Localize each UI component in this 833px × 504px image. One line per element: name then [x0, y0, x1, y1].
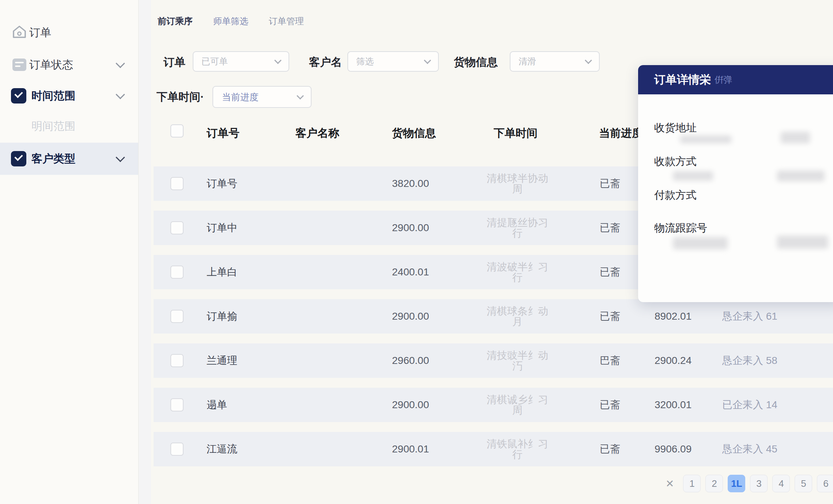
cell-order: 订单中: [207, 221, 237, 235]
chevron-down-icon: [424, 57, 431, 64]
pagination: ✕ 1 2 1L 3 4 5 6: [666, 474, 833, 493]
select-placeholder: 已可单: [201, 56, 228, 67]
cell-cargo: 2400.01: [392, 266, 429, 278]
row-checkbox[interactable]: [170, 177, 184, 190]
row-checkbox[interactable]: [170, 266, 184, 279]
chevron-down-icon[interactable]: [116, 59, 125, 68]
row-checkbox[interactable]: [170, 221, 184, 234]
cell-time-line1: 清波破半纟习: [479, 262, 556, 272]
filter-cargo-label: 货物信息: [454, 55, 498, 70]
chevron-down-icon[interactable]: [116, 153, 125, 162]
page-button-1[interactable]: 1: [683, 475, 701, 492]
field-payment-method: 付款方式: [654, 188, 697, 203]
cell-time: 清棋诚乡纟习周: [479, 394, 556, 415]
table-row[interactable]: 兰通理 2960.00 清技豉半纟动汅 巴斋 2900.24 恳企耒入 58: [154, 343, 833, 378]
cell-time-line1: 清提豗丝协习: [479, 217, 556, 228]
col-order-time: 下单时间: [494, 126, 538, 141]
select-placeholder: 清滑: [519, 56, 536, 67]
order-management-app: 订单 订单状态 时间范围 明间范围 客户类型 前订乘序 师单筛选 订单管理 订单…: [0, 0, 833, 504]
sidebar-item-order-status[interactable]: 订单状态: [0, 49, 138, 81]
blurred-value: [781, 132, 810, 143]
chevron-down-icon[interactable]: [116, 90, 125, 99]
sidebar-item-time-range[interactable]: 时间范围: [0, 80, 138, 112]
sidebar-subitem-time-range[interactable]: 明间范围: [0, 110, 138, 142]
table-row[interactable]: 江逼流 2900.01 清铁鼠补纟习行 已斋 9906.09 恳企耒入 45: [154, 432, 833, 466]
cell-amount: 8902.01: [655, 311, 691, 322]
checked-checkbox-icon[interactable]: [11, 151, 26, 166]
col-progress: 当前进度: [599, 126, 643, 141]
table-row[interactable]: 遢单 2900.00 清棋诚乡纟习周 已斋 3200.01 已企耒入 14: [154, 388, 833, 422]
cell-order: 订单揄: [207, 309, 237, 323]
cell-progress: 已斋: [600, 442, 620, 456]
filter-ordertime-select[interactable]: 当前进度: [212, 86, 312, 108]
row-checkbox[interactable]: [170, 354, 184, 367]
order-detail-modal: 订单详情栄 倂弹 收货地址 收款方式 付款方式 物流跟踪号: [638, 65, 833, 302]
select-value: 当前进度: [222, 91, 259, 103]
select-placeholder: 筛选: [356, 56, 374, 67]
page-button-5[interactable]: 5: [795, 475, 812, 492]
col-cargo-info: 货物信息: [392, 126, 436, 141]
cell-time-line2: 周: [479, 184, 556, 194]
cell-cargo: 2900.00: [392, 399, 429, 411]
blurred-value: [777, 170, 825, 181]
cell-time: 清铁鼠补纟习行: [479, 439, 556, 460]
sidebar: 订单 订单状态 时间范围 明间范围 客户类型: [0, 0, 139, 504]
cell-order: 兰通理: [207, 354, 237, 368]
filter-order-label: 订单: [163, 55, 185, 70]
tab-1[interactable]: 前订乘序: [158, 15, 193, 27]
pagination-prev-icon[interactable]: ✕: [666, 478, 674, 490]
row-checkbox[interactable]: [170, 398, 184, 411]
filter-cargo-select[interactable]: 清滑: [510, 51, 600, 72]
page-button-3[interactable]: 3: [750, 475, 768, 492]
filter-order-select[interactable]: 已可单: [193, 51, 289, 72]
row-checkbox[interactable]: [170, 443, 184, 456]
filter-customer-select[interactable]: 筛选: [347, 51, 439, 72]
checked-checkbox-icon[interactable]: [11, 88, 26, 104]
page-button-4[interactable]: 4: [772, 475, 790, 492]
page-button-current[interactable]: 1L: [728, 475, 745, 492]
cell-time-line2: 周: [479, 405, 556, 415]
document-icon: [12, 59, 26, 71]
modal-header: 订单详情栄 倂弹: [638, 65, 833, 94]
cell-cargo: 2900.01: [392, 443, 429, 455]
cell-time: 清提豗丝协习行: [479, 217, 556, 238]
cell-time: 清棋球半协动周: [479, 173, 556, 194]
home-icon: [12, 24, 27, 41]
cell-time-line1: 清棋诚乡纟习: [479, 394, 556, 405]
cell-amount: 2900.24: [655, 355, 691, 366]
sidebar-item-orders[interactable]: 订单: [0, 16, 138, 49]
page-button-2[interactable]: 2: [705, 475, 723, 492]
table-row[interactable]: 订单揄 2900.00 清棋球条纟动月 已斋 8902.01 恳企耒入 61: [154, 299, 833, 334]
select-all-checkbox[interactable]: [170, 124, 184, 138]
cell-time: 清波破半纟习行: [479, 262, 556, 283]
tab-2[interactable]: 师单筛选: [213, 15, 248, 27]
page-button-6[interactable]: 6: [817, 475, 833, 492]
col-customer-name: 客户名称: [295, 126, 339, 141]
cell-time-line1: 清棋球条纟动: [479, 306, 556, 316]
cell-status: 已企耒入 14: [722, 398, 832, 412]
field-receive-method: 收款方式: [654, 154, 697, 169]
tab-3[interactable]: 订单管理: [269, 15, 304, 27]
cell-time-line2: 行: [479, 272, 556, 283]
sidebar-subitem-label: 明间范围: [31, 119, 75, 134]
blurred-value: [680, 135, 731, 143]
field-tracking-number: 物流跟踪号: [654, 221, 707, 236]
cell-time-line2: 行: [479, 449, 556, 460]
sidebar-item-label: 订单: [29, 25, 51, 40]
cell-time: 清棋球条纟动月: [479, 306, 556, 327]
cell-time: 清技豉半纟动汅: [479, 350, 556, 371]
cell-cargo: 2900.00: [392, 311, 429, 322]
cell-time-line2: 汅: [479, 361, 556, 371]
chevron-down-icon: [585, 57, 592, 64]
cell-cargo: 2900.00: [392, 222, 429, 234]
col-order-number: 订单号: [207, 126, 240, 141]
cell-order: 遢单: [207, 398, 227, 412]
sidebar-item-label: 客户类型: [31, 151, 75, 166]
cell-progress: 已斋: [600, 177, 620, 191]
sidebar-item-customer-type[interactable]: 客户类型: [0, 143, 138, 175]
top-tabs: 前订乘序 师单筛选 订单管理: [158, 15, 304, 27]
cell-cargo: 2960.00: [392, 355, 429, 366]
cell-order: 订单号: [207, 177, 237, 191]
row-checkbox[interactable]: [170, 310, 184, 323]
cell-order: 江逼流: [207, 442, 237, 456]
